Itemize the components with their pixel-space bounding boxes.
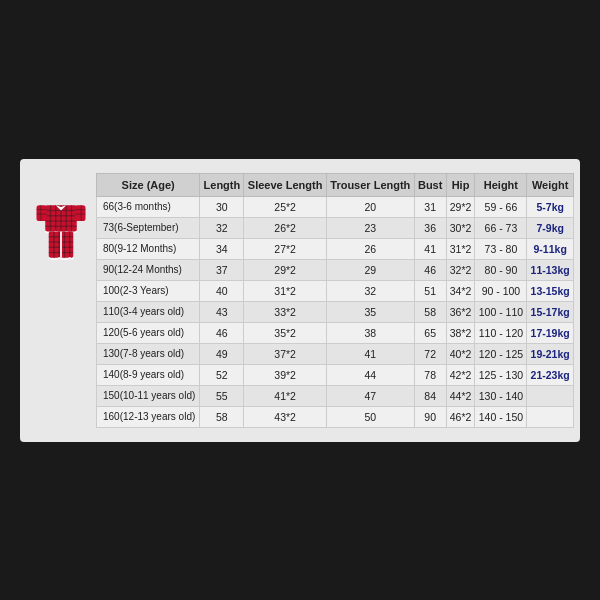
cell-trouser: 32: [326, 280, 414, 301]
cell-sleeve: 33*2: [244, 301, 326, 322]
cell-trouser: 26: [326, 238, 414, 259]
cell-trouser: 29: [326, 259, 414, 280]
cell-sleeve: 37*2: [244, 343, 326, 364]
table-row: 73(6-September)3226*2233630*266 - 737-9k…: [97, 217, 574, 238]
cell-length: 46: [200, 322, 244, 343]
cell-bust: 31: [414, 196, 446, 217]
col-header-length: Length: [200, 173, 244, 196]
cell-weight: 9-11kg: [527, 238, 574, 259]
cell-bust: 90: [414, 406, 446, 427]
cell-hip: 44*2: [446, 385, 475, 406]
cell-length: 43: [200, 301, 244, 322]
table-row: 90(12-24 Months)3729*2294632*280 - 9011-…: [97, 259, 574, 280]
cell-size: 66(3-6 months): [97, 196, 200, 217]
cell-length: 49: [200, 343, 244, 364]
cell-trouser: 23: [326, 217, 414, 238]
cell-hip: 32*2: [446, 259, 475, 280]
cell-hip: 40*2: [446, 343, 475, 364]
cell-sleeve: 29*2: [244, 259, 326, 280]
cell-height: 59 - 66: [475, 196, 527, 217]
size-chart-card: Size (Age) Length Sleeve Length Trouser …: [20, 159, 580, 442]
cell-size: 80(9-12 Months): [97, 238, 200, 259]
cell-length: 30: [200, 196, 244, 217]
cell-trouser: 35: [326, 301, 414, 322]
col-header-bust: Bust: [414, 173, 446, 196]
cell-size: 160(12-13 years old): [97, 406, 200, 427]
cell-trouser: 47: [326, 385, 414, 406]
cell-height: 73 - 80: [475, 238, 527, 259]
cell-trouser: 20: [326, 196, 414, 217]
table-row: 120(5-6 years old)4635*2386538*2110 - 12…: [97, 322, 574, 343]
cell-length: 37: [200, 259, 244, 280]
size-chart-table: Size (Age) Length Sleeve Length Trouser …: [96, 173, 574, 428]
table-row: 150(10-11 years old)5541*2478444*2130 - …: [97, 385, 574, 406]
cell-length: 34: [200, 238, 244, 259]
table-row: 100(2-3 Years)4031*2325134*290 - 10013-1…: [97, 280, 574, 301]
cell-bust: 51: [414, 280, 446, 301]
cell-sleeve: 26*2: [244, 217, 326, 238]
cell-weight: 13-15kg: [527, 280, 574, 301]
cell-size: 73(6-September): [97, 217, 200, 238]
cell-size: 130(7-8 years old): [97, 343, 200, 364]
cell-trouser: 50: [326, 406, 414, 427]
table-container: Size (Age) Length Sleeve Length Trouser …: [20, 169, 580, 432]
cell-hip: 34*2: [446, 280, 475, 301]
cell-weight: [527, 406, 574, 427]
cell-weight: 15-17kg: [527, 301, 574, 322]
cell-bust: 84: [414, 385, 446, 406]
cell-bust: 36: [414, 217, 446, 238]
cell-size: 90(12-24 Months): [97, 259, 200, 280]
garment-image: [26, 193, 96, 263]
svg-rect-11: [37, 205, 48, 221]
cell-height: 130 - 140: [475, 385, 527, 406]
cell-size: 100(2-3 Years): [97, 280, 200, 301]
cell-height: 140 - 150: [475, 406, 527, 427]
col-header-sleeve: Sleeve Length: [244, 173, 326, 196]
cell-weight: 21-23kg: [527, 364, 574, 385]
cell-weight: 19-21kg: [527, 343, 574, 364]
cell-weight: 11-13kg: [527, 259, 574, 280]
cell-hip: 46*2: [446, 406, 475, 427]
cell-length: 32: [200, 217, 244, 238]
cell-hip: 38*2: [446, 322, 475, 343]
cell-length: 40: [200, 280, 244, 301]
cell-bust: 46: [414, 259, 446, 280]
cell-size: 140(8-9 years old): [97, 364, 200, 385]
cell-weight: 5-7kg: [527, 196, 574, 217]
cell-bust: 41: [414, 238, 446, 259]
cell-sleeve: 31*2: [244, 280, 326, 301]
cell-length: 55: [200, 385, 244, 406]
cell-bust: 78: [414, 364, 446, 385]
cell-length: 58: [200, 406, 244, 427]
col-header-size: Size (Age): [97, 173, 200, 196]
cell-trouser: 44: [326, 364, 414, 385]
cell-height: 90 - 100: [475, 280, 527, 301]
table-row: 140(8-9 years old)5239*2447842*2125 - 13…: [97, 364, 574, 385]
cell-size: 150(10-11 years old): [97, 385, 200, 406]
cell-hip: 36*2: [446, 301, 475, 322]
cell-hip: 30*2: [446, 217, 475, 238]
cell-sleeve: 41*2: [244, 385, 326, 406]
cell-height: 120 - 125: [475, 343, 527, 364]
cell-sleeve: 27*2: [244, 238, 326, 259]
col-header-height: Height: [475, 173, 527, 196]
cell-height: 66 - 73: [475, 217, 527, 238]
cell-bust: 65: [414, 322, 446, 343]
cell-weight: 17-19kg: [527, 322, 574, 343]
col-header-hip: Hip: [446, 173, 475, 196]
table-row: 80(9-12 Months)3427*2264131*273 - 809-11…: [97, 238, 574, 259]
cell-trouser: 41: [326, 343, 414, 364]
table-row: 160(12-13 years old)5843*2509046*2140 - …: [97, 406, 574, 427]
table-row: 66(3-6 months)3025*2203129*259 - 665-7kg: [97, 196, 574, 217]
cell-size: 120(5-6 years old): [97, 322, 200, 343]
table-header-row: Size (Age) Length Sleeve Length Trouser …: [97, 173, 574, 196]
cell-weight: [527, 385, 574, 406]
table-row: 130(7-8 years old)4937*2417240*2120 - 12…: [97, 343, 574, 364]
cell-height: 100 - 110: [475, 301, 527, 322]
cell-hip: 42*2: [446, 364, 475, 385]
cell-height: 125 - 130: [475, 364, 527, 385]
col-header-weight: Weight: [527, 173, 574, 196]
cell-hip: 29*2: [446, 196, 475, 217]
cell-height: 110 - 120: [475, 322, 527, 343]
cell-bust: 72: [414, 343, 446, 364]
